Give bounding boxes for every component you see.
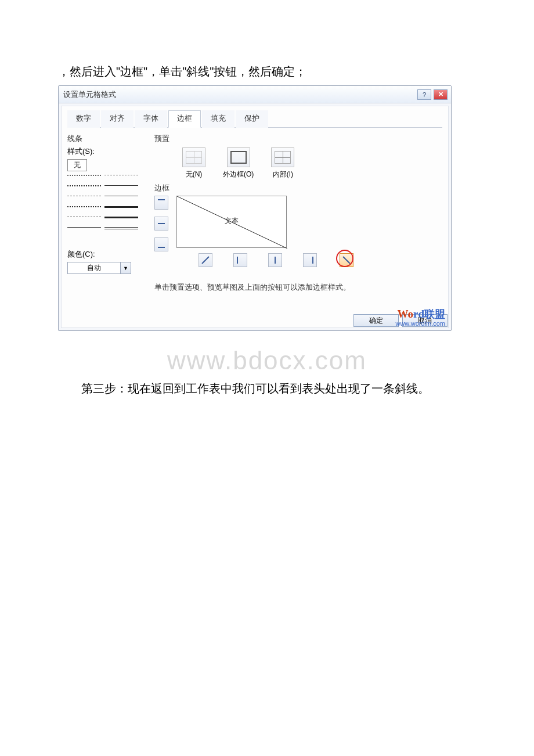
line-style-swatches [67, 175, 154, 235]
border-group-label: 边框 [154, 183, 442, 193]
cancel-button[interactable]: 取消 [402, 314, 448, 327]
dialog-body: 数字 对齐 字体 边框 填充 保护 线条 样式(S): 无 [61, 106, 449, 328]
preset-inside-label: 内部(I) [273, 170, 293, 179]
line-style-option[interactable] [104, 196, 138, 196]
border-bottom-button[interactable] [154, 237, 168, 251]
border-diag-up-button[interactable] [199, 253, 212, 267]
tab-strip: 数字 对齐 字体 边框 填充 保护 [67, 110, 442, 128]
instruction-top: ，然后进入"边框"，单击"斜线"按钮，然后确定； [58, 64, 476, 80]
line-style-option[interactable] [104, 227, 138, 229]
border-help-text: 单击预置选项、预览草图及上面的按钮可以添加边框样式。 [154, 283, 442, 293]
line-style-option[interactable] [67, 185, 101, 186]
color-dropdown[interactable]: 自动 [67, 262, 121, 274]
preset-group-label: 预置 [154, 134, 442, 144]
ok-button[interactable]: 确定 [353, 314, 399, 327]
step3-text: 第三步：现在返回到工作表中我们可以看到表头处出现了一条斜线。 [58, 381, 476, 397]
line-style-option[interactable] [67, 217, 101, 217]
line-group-label: 线条 [67, 134, 154, 144]
line-style-option[interactable] [104, 175, 138, 175]
line-style-option[interactable] [67, 206, 101, 207]
tab-protection[interactable]: 保护 [236, 110, 268, 128]
highlight-circle-icon [336, 250, 353, 267]
help-button[interactable]: ? [417, 89, 431, 100]
border-right-button[interactable] [303, 253, 317, 267]
border-left-button[interactable] [233, 253, 247, 267]
tab-border[interactable]: 边框 [168, 110, 201, 128]
preview-text-label: 文本 [225, 216, 239, 226]
line-style-option[interactable] [67, 227, 101, 228]
line-style-option[interactable] [104, 206, 138, 208]
chevron-down-icon[interactable]: ▼ [121, 262, 131, 274]
titlebar: 设置单元格格式 ? ✕ [59, 86, 451, 103]
preset-inside-button[interactable] [271, 147, 294, 167]
border-middle-button[interactable] [154, 217, 168, 231]
preset-outline-label: 外边框(O) [223, 170, 254, 179]
preset-none-label: 无(N) [186, 170, 203, 179]
preset-none-button[interactable] [182, 147, 205, 167]
border-preview[interactable]: 文本 [176, 196, 287, 248]
svg-line-4 [202, 257, 209, 264]
format-cells-dialog: 设置单元格格式 ? ✕ 数字 对齐 字体 边框 填充 保护 线条 样式(S): … [58, 85, 452, 331]
dialog-title: 设置单元格格式 [63, 89, 116, 100]
style-label: 样式(S): [67, 146, 154, 157]
line-style-option[interactable] [67, 175, 101, 176]
tab-fill[interactable]: 填充 [202, 110, 234, 128]
tab-font[interactable]: 字体 [135, 110, 167, 128]
line-style-option[interactable] [104, 217, 138, 218]
border-top-button[interactable] [154, 196, 168, 210]
style-none[interactable]: 无 [67, 159, 87, 171]
page-watermark: www.bdocx.com [58, 346, 476, 375]
border-center-button[interactable] [268, 253, 282, 267]
tab-number[interactable]: 数字 [67, 110, 100, 128]
preset-outline-button[interactable] [227, 147, 250, 167]
close-button[interactable]: ✕ [434, 89, 448, 100]
line-style-option[interactable] [67, 196, 101, 196]
tab-alignment[interactable]: 对齐 [101, 110, 134, 128]
line-style-option[interactable] [104, 185, 138, 186]
color-label: 颜色(C): [67, 249, 154, 260]
